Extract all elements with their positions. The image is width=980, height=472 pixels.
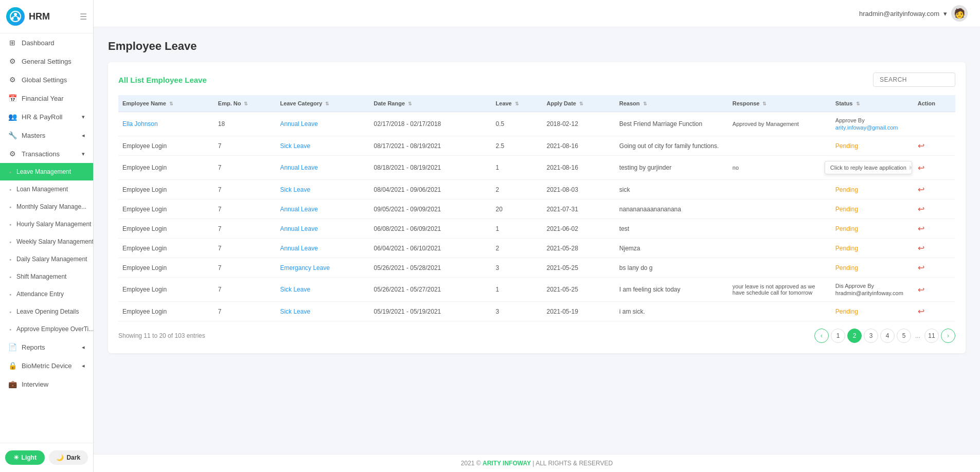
leave-cat-link[interactable]: Sick Leave: [280, 308, 310, 315]
avatar: 🧑: [951, 5, 968, 22]
sidebar-item-label: Dashboard: [22, 39, 55, 47]
emp-name-link[interactable]: Ella Johnson: [122, 120, 158, 128]
light-theme-button[interactable]: ☀ Light: [5, 450, 45, 465]
cell-status: Approve Byarity.infoway@gmail.com: [831, 112, 914, 136]
pagination-prev[interactable]: ‹: [814, 329, 829, 343]
dark-theme-button[interactable]: 🌙 Dark: [49, 450, 88, 465]
moon-icon: 🌙: [56, 454, 64, 461]
col-status: Status ⇅: [831, 95, 914, 112]
pagination-page-3[interactable]: 3: [864, 329, 878, 343]
leave-cat-link[interactable]: Sick Leave: [280, 286, 310, 293]
reply-button[interactable]: ↩: [918, 163, 924, 173]
sidebar-item-approve-overtime[interactable]: Approve Employee OverTi...: [0, 320, 93, 338]
sidebar-item-label: Transactions: [22, 150, 60, 158]
cell-emp-name: Employee Login: [118, 199, 214, 219]
sidebar-item-dashboard[interactable]: ⊞ Dashboard: [0, 33, 93, 52]
leave-cat-link[interactable]: Annual Leave: [280, 206, 317, 213]
cell-leave: 1: [492, 156, 543, 180]
cell-reason: Best Friend Marriage Function: [615, 112, 728, 136]
leave-cat-link[interactable]: Sick Leave: [280, 142, 310, 150]
cell-action: ↩: [914, 219, 955, 239]
footer-rights: | ALL RIGHTS & RESERVED: [532, 460, 613, 467]
wrench-icon: 🔧: [8, 131, 16, 139]
sidebar-item-loan-management[interactable]: Loan Management: [0, 180, 93, 198]
status-badge: Pending: [835, 186, 858, 193]
cell-response: [728, 302, 831, 321]
sidebar-item-label: Weekly Salary Management: [16, 238, 94, 245]
pagination-page-1[interactable]: 1: [831, 329, 845, 343]
cell-apply-date: 2021-05-25: [542, 278, 615, 302]
sidebar-item-leave-opening[interactable]: Leave Opening Details: [0, 303, 93, 320]
leave-cat-link[interactable]: Annual Leave: [280, 245, 317, 252]
sidebar-item-biometric[interactable]: 🔒 BioMetric Device ◂: [0, 356, 93, 375]
reply-button[interactable]: ↩: [918, 224, 924, 233]
status-badge: Pending: [835, 206, 858, 213]
chevron-left-icon: ◂: [82, 132, 85, 139]
cell-status: Pending: [831, 136, 914, 156]
sidebar-item-general-settings[interactable]: ⚙ General Settings: [0, 52, 93, 70]
status-badge: Pending: [835, 245, 858, 252]
cell-leave-cat: Sick Leave: [276, 136, 369, 156]
chevron-left-icon: ◂: [82, 362, 85, 369]
cell-emp-name: Employee Login: [118, 136, 214, 156]
cell-leave-cat: Sick Leave: [276, 302, 369, 321]
topbar: hradmin@arityinfoway.com ▾ 🧑: [94, 0, 980, 27]
sidebar-item-weekly-salary[interactable]: Weekly Salary Management: [0, 233, 93, 250]
sidebar-item-interview[interactable]: 💼 Interview: [0, 375, 93, 393]
reply-button[interactable]: ↩: [918, 141, 924, 151]
cell-emp-name: Employee Login: [118, 239, 214, 258]
cell-reason: I am feeling sick today: [615, 278, 728, 302]
reply-button[interactable]: ↩: [918, 306, 924, 316]
sidebar-item-label: Leave Opening Details: [16, 308, 79, 315]
sidebar-item-global-settings[interactable]: ⚙ Global Settings: [0, 70, 93, 89]
leave-cat-link[interactable]: Annual Leave: [280, 164, 317, 171]
sidebar-item-hourly-salary[interactable]: Hourly Salary Management: [0, 215, 93, 233]
sidebar-item-label: BioMetric Device: [22, 362, 72, 370]
reply-button[interactable]: ↩: [918, 285, 924, 295]
reply-button[interactable]: ↩: [918, 185, 924, 194]
sidebar-item-masters[interactable]: 🔧 Masters ◂: [0, 126, 93, 144]
sidebar-item-attendance-entry[interactable]: Attendance Entry: [0, 285, 93, 303]
cell-apply-date: 2021-08-16: [542, 136, 615, 156]
employee-leave-card: All List Employee Leave Employee Name ⇅ …: [108, 62, 966, 353]
sidebar-item-leave-management[interactable]: Leave Management: [0, 163, 93, 180]
sun-icon: ☀: [13, 454, 19, 461]
cell-response: [728, 136, 831, 156]
search-input[interactable]: [873, 72, 955, 87]
sidebar-item-hr-payroll[interactable]: 👥 HR & PayRoll ▾: [0, 107, 93, 126]
cell-status: Pending: [831, 239, 914, 258]
sidebar-item-monthly-salary[interactable]: Monthly Salary Manage...: [0, 198, 93, 215]
cell-status: Dis Approve Byhradmin@arityinfoway.com: [831, 156, 914, 180]
cell-leave: 2.5: [492, 136, 543, 156]
reply-button[interactable]: ↩: [918, 243, 924, 253]
cell-leave: 2: [492, 180, 543, 199]
pagination-page-4[interactable]: 4: [880, 329, 895, 343]
sidebar-item-transactions[interactable]: ⚙ Transactions ▾: [0, 144, 93, 163]
user-menu[interactable]: hradmin@arityinfoway.com ▾ 🧑: [859, 5, 968, 22]
pagination-next[interactable]: ›: [941, 329, 955, 343]
pagination-page-last[interactable]: 11: [924, 329, 939, 343]
leave-cat-link[interactable]: Emergancy Leave: [280, 264, 330, 271]
sidebar-item-daily-salary[interactable]: Daily Salary Management: [0, 250, 93, 268]
cell-date-range: 09/05/2021 - 09/09/2021: [369, 199, 491, 219]
pagination-page-5[interactable]: 5: [897, 329, 911, 343]
leave-cat-link[interactable]: Sick Leave: [280, 186, 310, 193]
sidebar-toggle-icon[interactable]: ☰: [80, 12, 87, 22]
reply-button[interactable]: ↩: [918, 263, 924, 273]
reply-button[interactable]: ↩: [918, 204, 924, 214]
leave-cat-link[interactable]: Annual Leave: [280, 120, 317, 128]
cell-reason: sick: [615, 180, 728, 199]
sidebar-logo: HRM ☰: [0, 0, 93, 33]
cell-emp-no: 18: [214, 112, 276, 136]
footer-company-link[interactable]: ARITY INFOWAY: [483, 460, 531, 467]
leave-cat-link[interactable]: Annual Leave: [280, 225, 317, 232]
pagination-page-2[interactable]: 2: [847, 329, 862, 343]
sidebar-item-financial-year[interactable]: 📅 Financial Year: [0, 89, 93, 107]
cell-apply-date: 2018-02-12: [542, 112, 615, 136]
cell-response: [728, 180, 831, 199]
reports-icon: 📄: [8, 343, 16, 351]
sidebar-item-reports[interactable]: 📄 Reports ◂: [0, 338, 93, 356]
cell-action: [914, 112, 955, 136]
sidebar-item-shift-management[interactable]: Shift Management: [0, 268, 93, 285]
cell-leave-cat: Annual Leave: [276, 156, 369, 180]
